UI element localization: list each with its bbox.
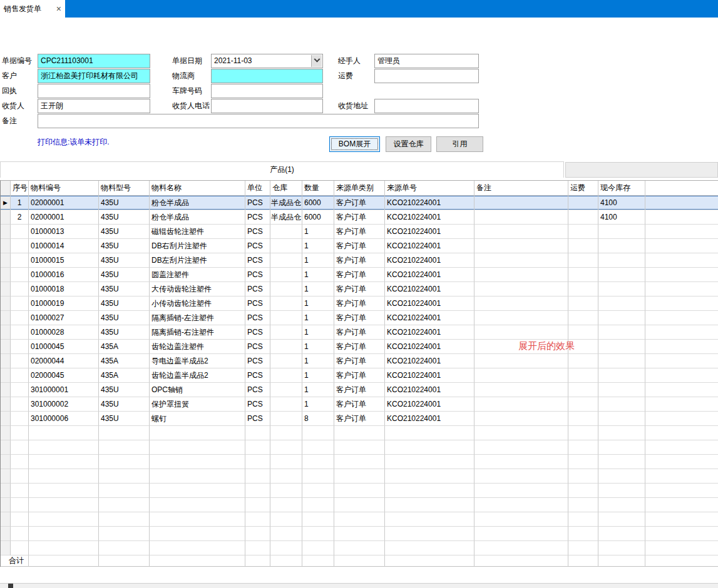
cell-unit[interactable]: PCS: [245, 225, 270, 239]
bom-expand-button[interactable]: BOM展开: [329, 136, 380, 152]
col-header-code[interactable]: 物料编号: [29, 181, 99, 196]
cell-extra[interactable]: [645, 354, 718, 368]
cell-source_no[interactable]: KCO210224001: [385, 253, 474, 268]
cell-stock[interactable]: 4100: [598, 210, 645, 225]
cell-qty[interactable]: 1: [302, 225, 334, 239]
cell-empty[interactable]: [270, 512, 302, 527]
cell-seq[interactable]: [11, 225, 29, 239]
cell-qty[interactable]: 1: [302, 368, 334, 383]
cell-qty[interactable]: 1: [302, 297, 334, 311]
cell-seq[interactable]: 2: [11, 210, 29, 225]
cell-seq[interactable]: [11, 282, 29, 297]
cell-empty[interactable]: [645, 426, 718, 440]
cell-model[interactable]: 435A: [99, 340, 150, 354]
cell-empty[interactable]: [150, 469, 245, 484]
col-header-unit[interactable]: 单位: [245, 181, 270, 196]
cell-empty[interactable]: [474, 512, 568, 527]
cell-freight[interactable]: [568, 325, 598, 340]
cell-qty[interactable]: 1: [302, 282, 334, 297]
cell-name[interactable]: 隔离插销-左注塑件: [150, 311, 245, 325]
cell-empty[interactable]: [270, 440, 302, 455]
freight-field[interactable]: [374, 69, 479, 83]
cell-seq[interactable]: [11, 325, 29, 340]
cell-warehouse[interactable]: [270, 253, 302, 268]
cell-code[interactable]: 301000001: [29, 383, 99, 397]
cell-remark[interactable]: [474, 383, 568, 397]
close-icon[interactable]: ×: [56, 4, 61, 13]
cell-extra[interactable]: [645, 325, 718, 340]
cell-empty[interactable]: [270, 498, 302, 512]
cell-remark[interactable]: [474, 239, 568, 253]
cell-warehouse[interactable]: [270, 311, 302, 325]
cell-code[interactable]: 01000027: [29, 311, 99, 325]
cell-seq[interactable]: [11, 297, 29, 311]
cell-source_type[interactable]: 客户订单: [334, 325, 385, 340]
cell-freight[interactable]: [568, 196, 598, 210]
cell-empty[interactable]: [150, 498, 245, 512]
col-header-source_no[interactable]: 来源单号: [385, 181, 474, 196]
cell-empty[interactable]: [645, 512, 718, 527]
cell-source_no[interactable]: KCO210224001: [385, 311, 474, 325]
cell-empty[interactable]: [99, 440, 150, 455]
cell-warehouse[interactable]: 半成品仓: [270, 210, 302, 225]
cell-model[interactable]: 435U: [99, 196, 150, 210]
cell-remark[interactable]: [474, 253, 568, 268]
cell-empty[interactable]: [474, 469, 568, 484]
cell-extra[interactable]: [645, 239, 718, 253]
consignee-phone-field[interactable]: [211, 99, 323, 113]
cell-name[interactable]: OPC轴销: [150, 383, 245, 397]
cell-empty[interactable]: [99, 527, 150, 541]
cell-name[interactable]: 小传动齿轮注塑件: [150, 297, 245, 311]
cell-empty[interactable]: [270, 426, 302, 440]
cell-empty[interactable]: [245, 484, 270, 498]
cell-empty[interactable]: [334, 426, 385, 440]
cell-empty[interactable]: [99, 512, 150, 527]
cell-freight[interactable]: [568, 368, 598, 383]
cell-extra[interactable]: [645, 412, 718, 426]
cell-empty[interactable]: [150, 426, 245, 440]
cell-code[interactable]: 02000045: [29, 368, 99, 383]
cell-model[interactable]: 435U: [99, 268, 150, 282]
doc-date-field[interactable]: 2021-11-03: [211, 54, 323, 68]
cell-model[interactable]: 435A: [99, 354, 150, 368]
cell-freight[interactable]: [568, 297, 598, 311]
cell-qty[interactable]: 6000: [302, 196, 334, 210]
cell-stock[interactable]: [598, 253, 645, 268]
tab-products[interactable]: 产品(1): [0, 161, 564, 178]
consignee-field[interactable]: 王开朗: [38, 99, 150, 113]
cell-code[interactable]: 01000014: [29, 239, 99, 253]
cell-empty[interactable]: [568, 527, 598, 541]
cell-source_no[interactable]: KCO210224001: [385, 196, 474, 210]
cell-empty[interactable]: [334, 469, 385, 484]
cell-qty[interactable]: 1: [302, 397, 334, 412]
cell-empty[interactable]: [568, 541, 598, 555]
cell-remark[interactable]: [474, 354, 568, 368]
cell-source_type[interactable]: 客户订单: [334, 311, 385, 325]
cell-qty[interactable]: 1: [302, 239, 334, 253]
cell-empty[interactable]: [645, 440, 718, 455]
cell-empty[interactable]: [11, 440, 29, 455]
cell-seq[interactable]: [11, 268, 29, 282]
cell-empty[interactable]: [29, 484, 99, 498]
cell-empty[interactable]: [334, 512, 385, 527]
cell-source_no[interactable]: KCO210224001: [385, 397, 474, 412]
cell-source_type[interactable]: 客户订单: [334, 282, 385, 297]
logistics-field[interactable]: [211, 69, 323, 83]
cell-empty[interactable]: [385, 455, 474, 469]
cell-empty[interactable]: [99, 426, 150, 440]
cell-empty[interactable]: [302, 498, 334, 512]
cell-seq[interactable]: [11, 239, 29, 253]
col-header-model[interactable]: 物料型号: [99, 181, 150, 196]
cell-qty[interactable]: 1: [302, 268, 334, 282]
cell-empty[interactable]: [334, 484, 385, 498]
doc-date-dropdown-button[interactable]: [311, 55, 322, 67]
cell-source_type[interactable]: 客户订单: [334, 225, 385, 239]
cell-empty[interactable]: [245, 512, 270, 527]
cell-stock[interactable]: [598, 311, 645, 325]
cell-source_type[interactable]: 客户订单: [334, 253, 385, 268]
cell-empty[interactable]: [302, 541, 334, 555]
cell-stock[interactable]: [598, 340, 645, 354]
cell-stock[interactable]: [598, 412, 645, 426]
cell-source_type[interactable]: 客户订单: [334, 268, 385, 282]
cell-code[interactable]: 01000015: [29, 253, 99, 268]
